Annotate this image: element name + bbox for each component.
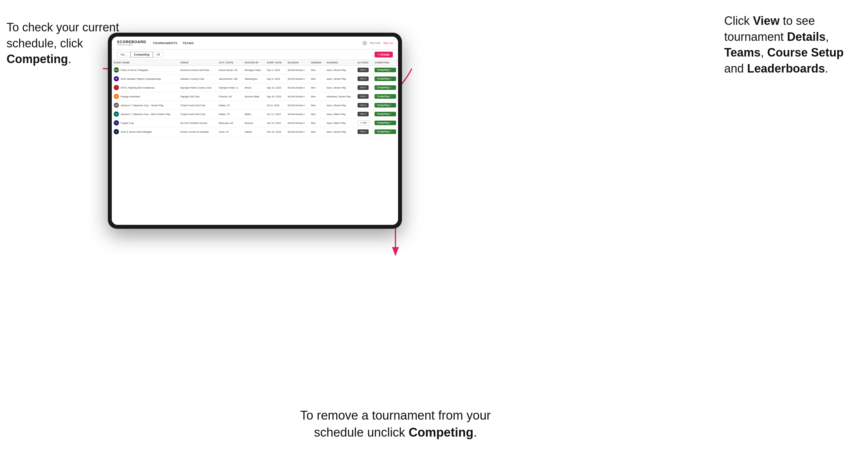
cell-gender: Men bbox=[309, 74, 325, 83]
view-button[interactable]: View ℹ bbox=[358, 112, 369, 116]
competing-badge[interactable]: Competing ✓ bbox=[374, 112, 396, 116]
cell-venue: Trinity Forest Golf Club bbox=[178, 110, 217, 119]
table-row: W 2023 Sahalee Players Championship Saha… bbox=[112, 74, 398, 83]
competing-badge[interactable]: Competing ✓ bbox=[374, 68, 396, 72]
table-row: P Papago Individual Papago Golf Club Pho… bbox=[112, 92, 398, 101]
team-logo: A bbox=[114, 120, 119, 125]
toolbar: Ho... Competing All + Create bbox=[112, 50, 398, 60]
nav-tournaments[interactable]: TOURNAMENTS bbox=[153, 41, 177, 45]
competing-badge[interactable]: Competing ✓ bbox=[374, 94, 396, 99]
tournaments-table: EVENT NAME VENUE CITY, STATE HOSTED BY S… bbox=[112, 60, 398, 136]
create-button[interactable]: + Create bbox=[374, 52, 393, 58]
nav-teams[interactable]: TEAMS bbox=[183, 41, 194, 45]
cell-event-name: JS Jackson T. Stephens Cup – Stroke Play bbox=[112, 101, 178, 110]
table-row: H John A. Burns Intercollegiate Ocean Co… bbox=[112, 127, 398, 136]
cell-hosted: Washington bbox=[243, 74, 265, 83]
cell-city: Phoenix, AZ bbox=[217, 92, 243, 101]
cell-division: NCAA Division I bbox=[286, 74, 309, 83]
event-name: Papago Individual bbox=[121, 95, 140, 98]
tab-competing[interactable]: Competing bbox=[130, 52, 153, 58]
cell-venue: American Dunes Golf Club bbox=[178, 66, 217, 74]
user-icon bbox=[363, 41, 367, 45]
competing-badge[interactable]: Competing ✓ bbox=[374, 85, 396, 90]
view-button[interactable]: View ℹ bbox=[358, 94, 369, 99]
cell-date: Oct 11, 2023 bbox=[265, 110, 286, 119]
app-header: SCOREBOARD Powered by clippi TOURNAMENTS… bbox=[112, 37, 398, 50]
nav-links: TOURNAMENTS TEAMS bbox=[153, 41, 362, 45]
cell-hosted: Hawaii bbox=[243, 127, 265, 136]
table-row: MSU Folds of Honor Collegiate American D… bbox=[112, 66, 398, 74]
table-row: A Copper Cup Ak-Chin Southern Dunes Mari… bbox=[112, 119, 398, 127]
event-name: OFCC Fighting Illini Invitational bbox=[121, 86, 154, 89]
brand-title: SCOREBOARD bbox=[117, 40, 146, 44]
team-logo: JS bbox=[114, 112, 119, 117]
cell-date: Jan 14, 2024 bbox=[265, 119, 286, 127]
cell-hosted: Arizona State bbox=[243, 92, 265, 101]
cell-scoring: team, Match Play bbox=[325, 119, 355, 127]
edit-button[interactable]: ✏ Edit bbox=[358, 120, 369, 125]
competing-badge[interactable]: Competing ✓ bbox=[374, 76, 396, 81]
cell-event-name: A Copper Cup bbox=[112, 119, 178, 127]
cell-hosted: ABAC bbox=[243, 110, 265, 119]
signout-link[interactable]: Sign out bbox=[383, 41, 393, 44]
cell-division: NCAA Division I bbox=[286, 127, 309, 136]
event-name: Jackson T. Stephens Cup – Men's Match Pl… bbox=[121, 113, 170, 116]
col-hosted: HOSTED BY bbox=[243, 60, 265, 66]
cell-hosted: Illinois bbox=[243, 83, 265, 92]
event-name: Copper Cup bbox=[121, 122, 134, 125]
view-button[interactable]: View ℹ bbox=[358, 68, 369, 72]
annotation-bottom: To remove a tournament from your schedul… bbox=[281, 407, 510, 441]
cell-actions: ✏ Edit bbox=[355, 119, 373, 127]
event-name: 2023 Sahalee Players Championship bbox=[121, 77, 161, 81]
cell-actions: View ℹ bbox=[355, 110, 373, 119]
cell-date: Sep 18, 2023 bbox=[265, 92, 286, 101]
view-button[interactable]: View ℹ bbox=[358, 129, 369, 134]
cell-scoring: team, Stroke Play bbox=[325, 74, 355, 83]
cell-hosted: Michigan State bbox=[243, 66, 265, 74]
cell-division: NCAA Division I bbox=[286, 119, 309, 127]
cell-scoring: team, Stroke Play bbox=[325, 127, 355, 136]
competing-badge[interactable]: Competing ✓ bbox=[374, 129, 396, 134]
tablet-screen: SCOREBOARD Powered by clippi TOURNAMENTS… bbox=[112, 37, 398, 225]
scoreboard-brand: SCOREBOARD Powered by clippi bbox=[117, 40, 146, 46]
cell-city: Dallas, TX bbox=[217, 101, 243, 110]
view-button[interactable]: View ℹ bbox=[358, 76, 369, 81]
view-button[interactable]: View ℹ bbox=[358, 103, 369, 107]
col-scoring: SCORING bbox=[325, 60, 355, 66]
cell-actions: View ℹ bbox=[355, 101, 373, 110]
event-name: Jackson T. Stephens Cup – Stroke Play bbox=[121, 104, 164, 107]
cell-venue: Papago Golf Club bbox=[178, 92, 217, 101]
col-gender: GENDER bbox=[309, 60, 325, 66]
cell-event-name: P Papago Individual bbox=[112, 92, 178, 101]
brand-sub: Powered by clippi bbox=[117, 44, 146, 46]
cell-gender: Men bbox=[309, 92, 325, 101]
competing-badge[interactable]: Competing ✓ bbox=[374, 121, 396, 125]
cell-division: NCAA Division I bbox=[286, 101, 309, 110]
col-event-name: EVENT NAME bbox=[112, 60, 178, 66]
team-logo: W bbox=[114, 76, 119, 82]
table-row: I OFCC Fighting Illini Invitational Olym… bbox=[112, 83, 398, 92]
tab-all[interactable]: All bbox=[153, 52, 163, 58]
event-name: John A. Burns Intercollegiate bbox=[121, 130, 152, 133]
cell-date: Sep 4, 2023 bbox=[265, 66, 286, 74]
cell-competing: Competing ✓ bbox=[373, 101, 398, 110]
col-actions: ACTIONS bbox=[355, 60, 373, 66]
cell-scoring: individual, Stroke Play bbox=[325, 92, 355, 101]
cell-actions: View ℹ bbox=[355, 83, 373, 92]
cell-scoring: team, Stroke Play bbox=[325, 66, 355, 74]
cell-competing: Competing ✓ bbox=[373, 110, 398, 119]
cell-venue: Trinity Forest Golf Club bbox=[178, 101, 217, 110]
cell-division: NCAA Division I bbox=[286, 110, 309, 119]
cell-event-name: JS Jackson T. Stephens Cup – Men's Match… bbox=[112, 110, 178, 119]
cell-scoring: team, Stroke Play bbox=[325, 101, 355, 110]
cell-city: Grand Haven, MI bbox=[217, 66, 243, 74]
team-logo: P bbox=[114, 94, 119, 99]
col-competing: COMPETING bbox=[373, 60, 398, 66]
view-button[interactable]: View ℹ bbox=[358, 85, 369, 90]
tab-group: Ho... Competing All bbox=[117, 52, 163, 58]
tab-home[interactable]: Ho... bbox=[117, 52, 130, 58]
competing-badge[interactable]: Competing ✓ bbox=[374, 103, 396, 107]
cell-actions: View ℹ bbox=[355, 66, 373, 74]
annotation-top-right: Click View to see tournament Details, Te… bbox=[724, 13, 862, 76]
table-row: JS Jackson T. Stephens Cup – Stroke Play… bbox=[112, 101, 398, 110]
